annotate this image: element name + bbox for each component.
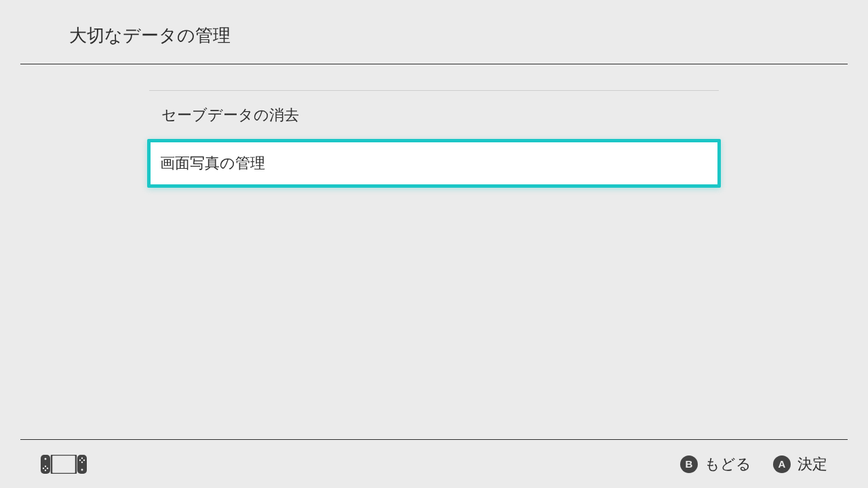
svg-point-10 bbox=[83, 459, 85, 460]
menu-item-label: セーブデータの消去 bbox=[161, 105, 299, 125]
svg-point-3 bbox=[47, 467, 48, 468]
header: 大切なデータの管理 bbox=[20, 0, 848, 64]
svg-point-2 bbox=[43, 467, 44, 468]
menu-item-delete-save-data[interactable]: セーブデータの消去 bbox=[149, 90, 719, 139]
svg-point-8 bbox=[81, 468, 83, 470]
menu-item-label: 画面写真の管理 bbox=[160, 153, 265, 174]
footer: B もどる A 決定 bbox=[20, 439, 848, 488]
menu-item-manage-screenshots[interactable]: 画面写真の管理 bbox=[147, 139, 721, 188]
page-title: 大切なデータの管理 bbox=[69, 24, 848, 47]
ok-button[interactable]: A 決定 bbox=[773, 454, 827, 474]
svg-rect-6 bbox=[52, 455, 76, 474]
svg-point-9 bbox=[79, 459, 81, 460]
controller-icon bbox=[41, 455, 87, 474]
a-button-icon: A bbox=[773, 455, 791, 473]
b-button-icon: B bbox=[680, 455, 698, 473]
content-area: セーブデータの消去 画面写真の管理 bbox=[0, 64, 868, 188]
svg-point-12 bbox=[81, 461, 83, 462]
back-button[interactable]: B もどる bbox=[680, 454, 751, 474]
svg-point-5 bbox=[45, 469, 46, 470]
ok-button-label: 決定 bbox=[797, 454, 827, 474]
back-button-label: もどる bbox=[705, 454, 751, 474]
svg-point-4 bbox=[45, 465, 46, 466]
svg-point-11 bbox=[81, 457, 83, 458]
svg-point-1 bbox=[45, 458, 47, 460]
menu-list: セーブデータの消去 画面写真の管理 bbox=[149, 90, 719, 188]
footer-buttons: B もどる A 決定 bbox=[680, 454, 827, 474]
